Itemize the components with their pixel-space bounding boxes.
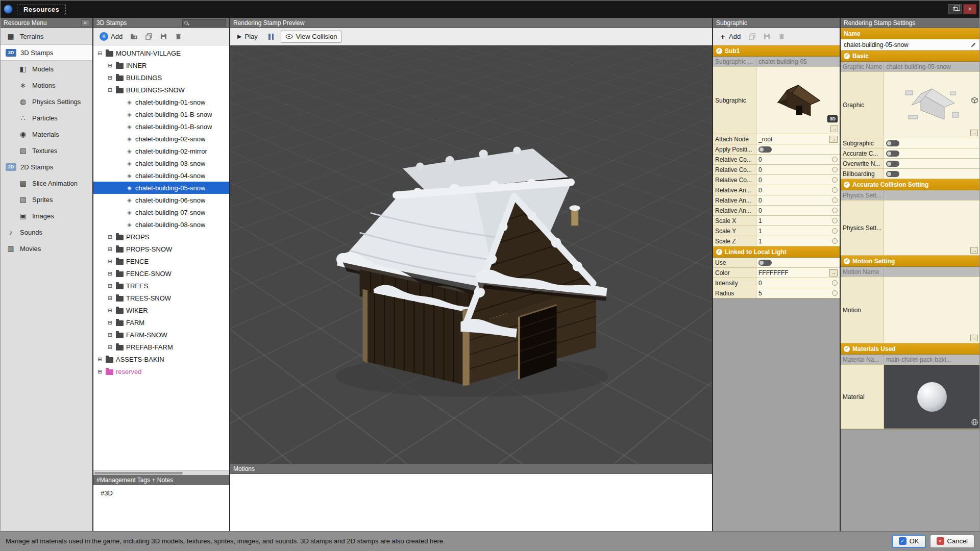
tree-item-chalet-building-01-snow[interactable]: ◈chalet-building-01-snow <box>93 96 229 108</box>
globe-icon[interactable] <box>971 419 978 427</box>
expand-expander-icon[interactable]: ⊞ <box>107 283 113 289</box>
property-value[interactable]: FFFFFFFF→ <box>756 268 840 278</box>
property-value[interactable]: 0 <box>756 278 840 288</box>
sidebar-item-terrains[interactable]: ▦Terrains <box>1 28 92 44</box>
view-collision-button[interactable]: View Collision <box>281 31 342 43</box>
hscroll-thumb[interactable] <box>94 472 183 474</box>
tree-folder-trees[interactable]: ⊞TREES <box>93 280 229 292</box>
curve-icon[interactable] <box>832 290 838 296</box>
curve-icon[interactable] <box>832 167 838 172</box>
property-value[interactable]: 0 <box>756 206 840 215</box>
curve-icon[interactable] <box>832 228 838 234</box>
tree-item-chalet-building-01-b-snow[interactable]: ◈chalet-building-01-B-snow <box>93 120 229 133</box>
tree-folder-farm-snow[interactable]: ⊞FARM-SNOW <box>93 329 229 341</box>
toggle-switch[interactable] <box>886 171 899 177</box>
expand-expander-icon[interactable]: ⊞ <box>107 295 113 302</box>
add-subgraphic-button[interactable]: + Add <box>716 31 744 42</box>
tree-folder-farm[interactable]: ⊞FARM <box>93 316 229 329</box>
tree-item-chalet-building-08-snow[interactable]: ◈chalet-building-08-snow <box>93 218 229 231</box>
add-stamp-button[interactable]: + Add <box>96 31 126 42</box>
property-value[interactable]: 1 <box>756 216 840 226</box>
property-value[interactable]: → <box>884 72 979 138</box>
tree-folder-buildings-snow[interactable]: ⊟BUILDINGS-SNOW <box>93 84 229 96</box>
motions-list[interactable] <box>230 474 712 531</box>
play-button[interactable]: ▶ Play <box>233 31 262 42</box>
tree-item-chalet-building-01-b-snow[interactable]: ◈chalet-building-01-B-snow <box>93 108 229 120</box>
tree-folder-reserved[interactable]: ⊞reserved <box>93 365 229 378</box>
sidebar-item-materials[interactable]: ◉Materials <box>1 126 92 142</box>
tree-folder-inner[interactable]: ⊞INNER <box>93 59 229 71</box>
arrow-icon[interactable]: → <box>970 130 978 136</box>
sidebar-item-textures[interactable]: ▨Textures <box>1 142 92 159</box>
collapse-expander-icon[interactable]: ⊟ <box>107 87 113 93</box>
curve-icon[interactable] <box>832 187 838 193</box>
sidebar-item-particles[interactable]: ∴Particles <box>1 110 92 126</box>
delete-subgraphic-button[interactable] <box>775 31 788 42</box>
pencil-icon[interactable] <box>970 42 976 48</box>
property-value[interactable]: 0 <box>756 195 840 205</box>
tree-item-chalet-building-02-snow[interactable]: ◈chalet-building-02-snow <box>93 133 229 145</box>
property-value[interactable]: 3D→ <box>756 67 840 134</box>
property-value[interactable] <box>756 144 840 154</box>
tree-item-chalet-building-07-snow[interactable]: ◈chalet-building-07-snow <box>93 206 229 218</box>
expand-expander-icon[interactable]: ⊞ <box>107 332 113 338</box>
curve-icon[interactable] <box>832 280 838 286</box>
sidebar-item-movies[interactable]: ▥Movies <box>1 240 92 257</box>
property-value[interactable] <box>884 365 979 429</box>
tree-item-chalet-building-06-snow[interactable]: ◈chalet-building-06-snow <box>93 194 229 206</box>
preview-viewport[interactable] <box>230 45 712 464</box>
toggle-switch[interactable] <box>758 146 772 153</box>
tags-notes[interactable]: #3D <box>93 485 229 531</box>
curve-icon[interactable] <box>832 177 838 183</box>
sidebar-item-physics-settings[interactable]: ◍Physics Settings <box>1 93 92 110</box>
window-restore-button[interactable] <box>948 4 962 14</box>
expand-expander-icon[interactable]: ⊞ <box>107 62 113 69</box>
tree-folder-prefab-farm[interactable]: ⊞PREFAB-FARM <box>93 341 229 353</box>
sidebar-item-slice-animation[interactable]: ▤Slice Animation <box>1 175 92 191</box>
property-value[interactable]: 1 <box>756 236 840 246</box>
expand-expander-icon[interactable]: ⊞ <box>96 368 103 375</box>
expand-expander-icon[interactable]: ⊞ <box>107 307 113 314</box>
sidebar-item-sounds[interactable]: ♪Sounds <box>1 224 92 240</box>
stamp-name-input[interactable]: chalet-building-05-snow <box>844 41 909 48</box>
collapse-menu-button[interactable]: « <box>81 19 89 27</box>
tree-item-chalet-building-03-snow[interactable]: ◈chalet-building-03-snow <box>93 157 229 169</box>
tree-folder-fence[interactable]: ⊞FENCE <box>93 255 229 267</box>
tree-item-chalet-building-02-mirror[interactable]: ◈chalet-building-02-mirror <box>93 145 229 157</box>
window-close-button[interactable]: × <box>963 4 976 14</box>
arrow-icon[interactable]: → <box>829 269 838 277</box>
toggle-switch[interactable] <box>758 260 772 266</box>
arrow-icon[interactable]: → <box>830 126 838 132</box>
duplicate-button[interactable] <box>142 31 155 42</box>
tree-folder-assets-bakin[interactable]: ⊞ASSETS-BAKIN <box>93 353 229 365</box>
expand-expander-icon[interactable]: ⊞ <box>107 319 113 326</box>
property-value[interactable]: → <box>884 201 979 255</box>
expand-expander-icon[interactable]: ⊞ <box>96 356 103 363</box>
sidebar-item-sprites[interactable]: ▧Sprites <box>1 191 92 208</box>
curve-icon[interactable] <box>832 157 838 162</box>
curve-icon[interactable] <box>832 238 838 244</box>
tree-folder-fence-snow[interactable]: ⊞FENCE-SNOW <box>93 267 229 280</box>
toggle-switch[interactable] <box>886 161 899 167</box>
property-value[interactable] <box>756 258 840 267</box>
arrow-icon[interactable]: → <box>829 136 838 143</box>
toggle-switch[interactable] <box>886 140 899 146</box>
sidebar-item-motions[interactable]: ∗Motions <box>1 77 92 93</box>
property-value[interactable]: 1 <box>756 226 840 236</box>
expand-expander-icon[interactable]: ⊞ <box>107 270 113 277</box>
tree-item-chalet-building-04-snow[interactable]: ◈chalet-building-04-snow <box>93 169 229 182</box>
tree-folder-mountain-village[interactable]: ⊟MOUNTAIN-VILLAGE <box>93 47 229 59</box>
collapse-expander-icon[interactable]: ⊟ <box>96 50 103 57</box>
search-input[interactable] <box>182 19 226 27</box>
curve-icon[interactable] <box>832 208 838 213</box>
delete-button[interactable] <box>172 31 185 42</box>
ok-button[interactable]: ✓ OK <box>892 535 926 548</box>
duplicate-subgraphic-button[interactable] <box>746 31 758 42</box>
property-value[interactable]: 0 <box>756 165 840 174</box>
expand-expander-icon[interactable]: ⊞ <box>107 344 113 350</box>
property-value[interactable]: → <box>884 277 979 343</box>
expand-expander-icon[interactable]: ⊞ <box>107 258 113 265</box>
sidebar-item-3d-stamps[interactable]: 3D3D Stamps <box>1 44 92 61</box>
property-value[interactable]: 0 <box>756 185 840 195</box>
sidebar-item-images[interactable]: ▣Images <box>1 208 92 224</box>
